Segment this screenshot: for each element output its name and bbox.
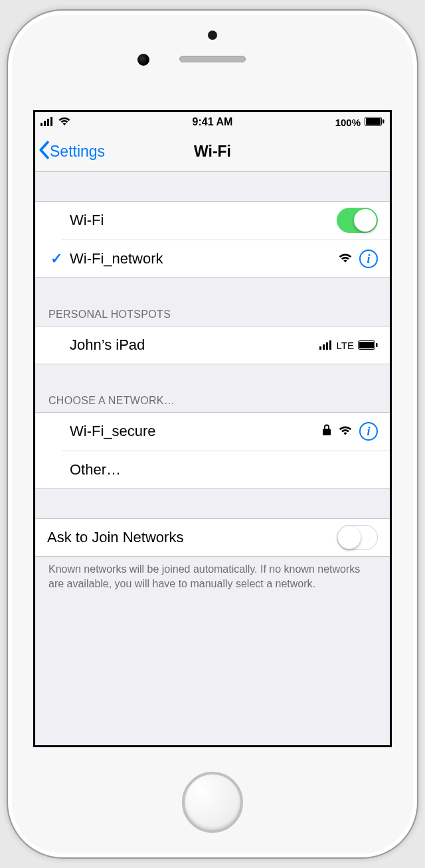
ask-to-join-label: Ask to Join Networks <box>47 529 337 546</box>
screen: 9:41 AM 100% Se <box>33 110 392 747</box>
battery-icon <box>358 336 378 354</box>
proximity-sensor <box>137 54 149 66</box>
nav-bar: Settings Wi-Fi <box>35 132 390 172</box>
other-network-row[interactable]: Other… <box>35 451 390 489</box>
hotspots-header: PERSONAL HOTSPOTS <box>35 302 390 326</box>
networks-section: CHOOSE A NETWORK… Wi-Fi_secure <box>35 364 390 489</box>
svg-rect-7 <box>319 346 321 350</box>
wifi-toggle[interactable] <box>337 208 378 233</box>
battery-percent: 100% <box>335 117 361 128</box>
connected-network-name: Wi-Fi_network <box>66 250 338 267</box>
ask-to-join-toggle[interactable] <box>337 525 378 550</box>
network-name: Wi-Fi_secure <box>66 423 322 440</box>
svg-rect-5 <box>366 118 381 125</box>
hotspot-network-type: LTE <box>337 340 354 351</box>
hotspot-row[interactable]: John’s iPad LTE <box>35 326 390 364</box>
cellular-signal-icon <box>319 336 333 354</box>
svg-rect-6 <box>382 119 384 123</box>
svg-rect-12 <box>359 342 374 348</box>
ask-to-join-row: Ask to Join Networks <box>35 518 390 557</box>
wifi-toggle-label: Wi-Fi <box>66 212 337 229</box>
status-bar: 9:41 AM 100% <box>35 112 390 132</box>
svg-rect-10 <box>329 340 331 350</box>
checkmark-icon: ✓ <box>50 250 62 267</box>
svg-rect-8 <box>323 344 325 350</box>
back-label: Settings <box>50 143 105 161</box>
ask-to-join-section: Ask to Join Networks Known networks will… <box>35 518 390 597</box>
back-button[interactable]: Settings <box>35 141 105 163</box>
wifi-signal-icon <box>338 250 353 267</box>
hotspot-name: John’s iPad <box>66 336 319 354</box>
svg-rect-9 <box>326 342 328 350</box>
phone-frame: 9:41 AM 100% Se <box>7 9 418 859</box>
home-button[interactable] <box>182 772 243 833</box>
battery-icon <box>365 117 384 128</box>
chevron-left-icon <box>38 141 50 163</box>
connected-network-row[interactable]: ✓ Wi-Fi_network i <box>35 240 390 278</box>
svg-rect-13 <box>376 343 378 347</box>
hotspots-section: PERSONAL HOTSPOTS John’s iPad LTE <box>35 278 390 364</box>
device-top <box>8 11 417 110</box>
info-icon[interactable]: i <box>359 250 378 268</box>
networks-header: CHOOSE A NETWORK… <box>35 388 390 412</box>
info-icon[interactable]: i <box>359 422 378 441</box>
wifi-toggle-row: Wi-Fi <box>35 201 390 240</box>
home-area <box>8 747 417 857</box>
wifi-signal-icon <box>338 423 353 440</box>
svg-rect-14 <box>323 429 331 435</box>
front-camera <box>208 31 217 40</box>
speaker-grille <box>179 56 246 62</box>
ask-to-join-footer: Known networks will be joined automatica… <box>35 557 390 597</box>
lock-icon <box>322 423 331 440</box>
network-row[interactable]: Wi-Fi_secure <box>35 412 390 451</box>
wifi-section: Wi-Fi ✓ Wi-Fi_network <box>35 201 390 278</box>
other-network-label: Other… <box>66 461 378 478</box>
